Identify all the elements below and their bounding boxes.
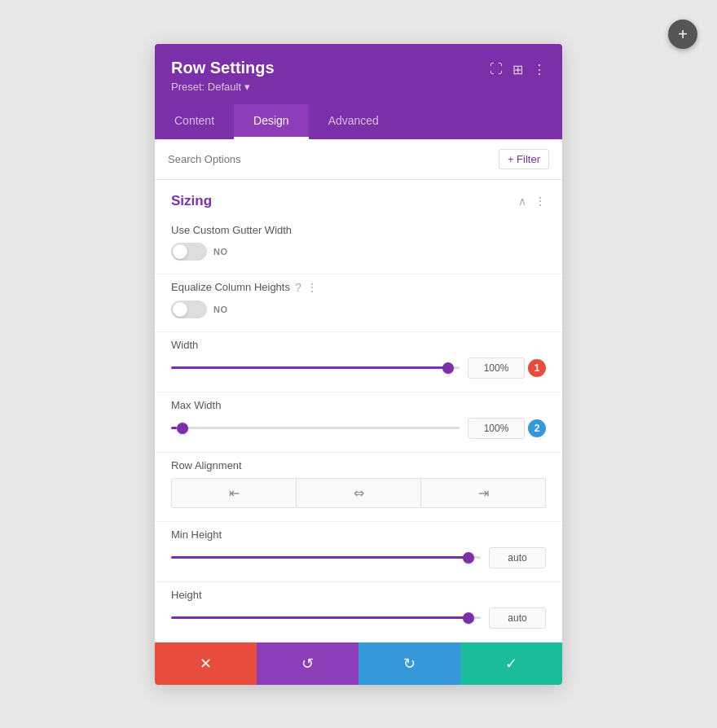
row-alignment-label: Row Alignment — [171, 459, 546, 471]
width-slider-container — [171, 360, 460, 376]
equalize-heights-label-text: Equalize Column Heights — [171, 281, 290, 293]
option-height: Height — [155, 582, 562, 642]
max-width-badge[interactable]: 2 — [528, 419, 546, 437]
option-max-width: Max Width 2 — [155, 393, 562, 453]
row-alignment-label-text: Row Alignment — [171, 459, 242, 471]
min-height-label-text: Min Height — [171, 528, 222, 541]
panel-preset[interactable]: Preset: Default ▾ — [171, 81, 275, 93]
panel-header-icons: ⛶ ⊞ ⋮ — [490, 62, 546, 77]
equalize-heights-toggle-label: NO — [213, 305, 228, 314]
search-input[interactable] — [168, 153, 499, 165]
content-area: Sizing ∧ ⋮ Use Custom Gutter Width NO Eq… — [155, 180, 562, 642]
align-center-icon: ⇔ — [354, 485, 364, 501]
preset-arrow: ▾ — [244, 81, 250, 93]
undo-button[interactable]: ↺ — [257, 642, 358, 685]
max-width-slider-thumb[interactable] — [177, 423, 188, 434]
more-options-icon[interactable]: ⋮ — [533, 62, 546, 77]
width-badge[interactable]: 1 — [528, 359, 546, 377]
height-value-box — [489, 607, 546, 629]
tab-content[interactable]: Content — [155, 104, 234, 139]
width-slider-row: 1 — [171, 357, 546, 379]
align-left-icon: ⇤ — [229, 485, 240, 501]
redo-button[interactable]: ↻ — [358, 642, 460, 685]
option-width: Width 1 — [155, 332, 562, 393]
min-height-value-input[interactable] — [489, 547, 546, 568]
custom-gutter-label-text: Use Custom Gutter Width — [171, 224, 292, 236]
sizing-title: Sizing — [171, 193, 212, 209]
width-slider-track — [171, 366, 460, 369]
option-equalize-heights: Equalize Column Heights ? ⋮ NO — [155, 274, 562, 332]
min-height-slider-container — [171, 550, 481, 566]
row-settings-panel: Row Settings Preset: Default ▾ ⛶ ⊞ ⋮ Con… — [155, 44, 562, 685]
fab-add-button[interactable]: + — [668, 20, 697, 49]
search-bar: + Filter — [155, 139, 562, 180]
align-right-icon: ⇥ — [478, 485, 489, 501]
max-width-slider-fill — [171, 427, 177, 429]
height-slider-track — [171, 616, 481, 619]
height-slider-fill — [171, 616, 468, 619]
preset-value: Default — [208, 81, 241, 93]
height-label-text: Height — [171, 589, 202, 601]
width-value-box: 1 — [468, 357, 546, 379]
equalize-dots-icon[interactable]: ⋮ — [306, 281, 318, 294]
alignment-buttons: ⇤ ⇔ ⇥ — [171, 478, 546, 508]
width-label: Width — [171, 339, 546, 351]
equalize-heights-label: Equalize Column Heights ? ⋮ — [171, 281, 546, 294]
width-slider-fill — [171, 366, 448, 369]
min-height-slider-track — [171, 556, 481, 559]
min-height-slider-row — [171, 547, 546, 568]
footer-buttons: ✕ ↺ ↻ ✓ — [155, 642, 562, 685]
max-width-value-input[interactable] — [468, 418, 525, 439]
max-width-label-text: Max Width — [171, 399, 221, 411]
width-slider-thumb[interactable] — [442, 362, 454, 374]
filter-button[interactable]: + Filter — [499, 149, 549, 169]
min-height-slider-thumb[interactable] — [463, 552, 474, 564]
preset-label: Preset: — [171, 81, 205, 93]
equalize-heights-toggle-row: NO — [171, 300, 546, 318]
panel-title-area: Row Settings Preset: Default ▾ — [171, 59, 275, 93]
custom-gutter-toggle[interactable] — [171, 243, 207, 261]
min-height-label: Min Height — [171, 528, 546, 541]
height-slider-container — [171, 610, 481, 626]
tab-advanced[interactable]: Advanced — [309, 104, 398, 139]
max-width-slider-row: 2 — [171, 418, 546, 439]
height-slider-row — [171, 607, 546, 629]
columns-icon[interactable]: ⊞ — [512, 62, 523, 77]
align-right-button[interactable]: ⇥ — [421, 478, 546, 508]
section-more-icon[interactable]: ⋮ — [534, 195, 546, 208]
max-width-value-box: 2 — [468, 418, 546, 439]
option-custom-gutter: Use Custom Gutter Width NO — [155, 217, 562, 274]
option-row-alignment: Row Alignment ⇤ ⇔ ⇥ — [155, 453, 562, 522]
equalize-heights-toggle[interactable] — [171, 300, 207, 318]
align-left-button[interactable]: ⇤ — [171, 478, 297, 508]
tab-design[interactable]: Design — [234, 104, 309, 139]
width-label-text: Width — [171, 339, 198, 351]
help-icon[interactable]: ? — [295, 281, 301, 294]
collapse-icon[interactable]: ∧ — [518, 195, 526, 208]
panel-title: Row Settings — [171, 59, 275, 77]
height-slider-thumb[interactable] — [463, 612, 474, 624]
custom-gutter-toggle-label: NO — [213, 247, 228, 257]
tabs-container: Content Design Advanced — [155, 104, 562, 139]
section-header-icons: ∧ ⋮ — [518, 195, 546, 208]
sizing-section-header: Sizing ∧ ⋮ — [155, 180, 562, 217]
custom-gutter-toggle-row: NO — [171, 243, 546, 261]
option-min-height: Min Height — [155, 522, 562, 582]
height-label: Height — [171, 589, 546, 601]
height-value-input[interactable] — [489, 607, 546, 629]
custom-gutter-label: Use Custom Gutter Width — [171, 224, 546, 236]
width-value-input[interactable] — [468, 357, 525, 379]
fullscreen-icon[interactable]: ⛶ — [490, 62, 503, 77]
max-width-label: Max Width — [171, 399, 546, 411]
min-height-value-box — [489, 547, 546, 568]
align-center-button[interactable]: ⇔ — [297, 478, 421, 508]
max-width-slider-container — [171, 420, 460, 436]
cancel-button[interactable]: ✕ — [155, 642, 257, 685]
min-height-slider-fill — [171, 556, 468, 559]
panel-header: Row Settings Preset: Default ▾ ⛶ ⊞ ⋮ — [155, 44, 562, 104]
save-button[interactable]: ✓ — [460, 642, 562, 685]
max-width-slider-track — [171, 427, 460, 429]
